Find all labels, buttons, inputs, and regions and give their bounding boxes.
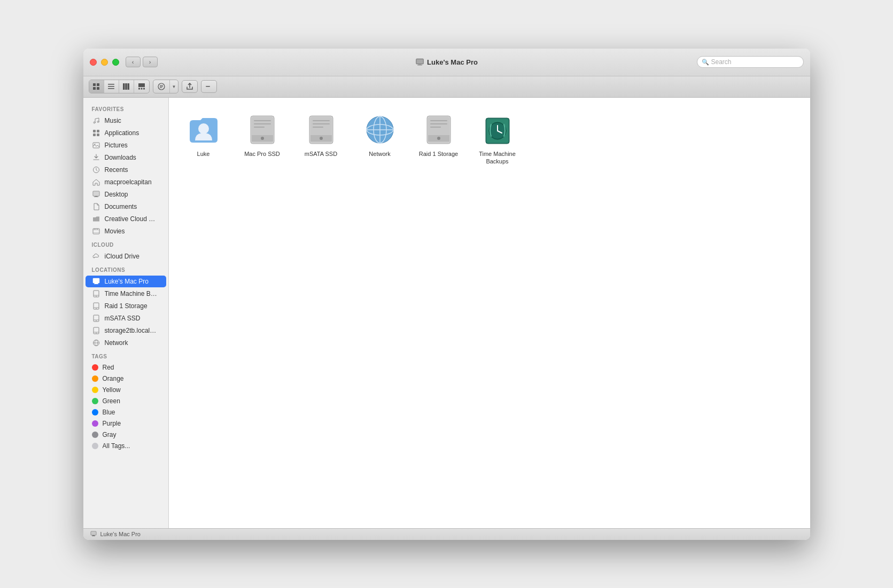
sidebar-item-storage2tb[interactable]: storage2tb.local ⏏ bbox=[86, 325, 166, 336]
sidebar-item-time-machine[interactable]: Time Machine Ba... bbox=[86, 288, 166, 300]
favorites-label: Favorites bbox=[83, 102, 168, 114]
nav-buttons: ‹ › bbox=[126, 57, 158, 67]
sidebar-item-music[interactable]: Music bbox=[86, 115, 166, 127]
sidebar-item-movies[interactable]: Movies bbox=[86, 225, 166, 237]
close-button[interactable] bbox=[90, 59, 97, 66]
share-icon bbox=[186, 83, 193, 90]
sidebar-item-label: macproelcapitan bbox=[105, 178, 152, 186]
title-bar: ‹ › Luke's Mac Pro 🔍 Search bbox=[83, 49, 810, 76]
status-computer-icon bbox=[90, 530, 97, 538]
svg-rect-95 bbox=[92, 536, 95, 536]
sidebar-item-label: Luke's Mac Pro bbox=[105, 278, 149, 285]
svg-point-63 bbox=[261, 137, 264, 140]
status-bar: Luke's Mac Pro bbox=[83, 528, 810, 540]
sidebar-item-desktop[interactable]: Desktop bbox=[86, 189, 166, 200]
drive3-icon bbox=[92, 314, 100, 323]
sidebar-item-tag-gray[interactable]: Gray bbox=[86, 429, 166, 440]
green-tag-dot bbox=[92, 398, 98, 404]
sidebar-item-tag-blue[interactable]: Blue bbox=[86, 407, 166, 418]
sidebar-item-documents[interactable]: Documents bbox=[86, 201, 166, 213]
file-item-raid1[interactable]: Raid 1 Storage bbox=[415, 108, 463, 170]
sidebar-item-label: mSATA SSD bbox=[105, 315, 141, 322]
sidebar-item-recents[interactable]: Recents bbox=[86, 164, 166, 176]
sidebar-item-label: Creative Cloud Fi... bbox=[105, 215, 158, 223]
svg-rect-13 bbox=[128, 83, 130, 90]
gallery-view-icon bbox=[138, 83, 145, 90]
svg-rect-83 bbox=[430, 120, 447, 121]
forward-button[interactable]: › bbox=[143, 57, 158, 67]
orange-tag-dot bbox=[92, 375, 98, 382]
sidebar-item-label: Desktop bbox=[105, 191, 128, 198]
svg-rect-11 bbox=[123, 83, 125, 90]
sidebar-item-tag-purple[interactable]: Purple bbox=[86, 418, 166, 429]
file-item-time-machine[interactable]: Time Machine Backups bbox=[473, 108, 522, 170]
home-icon bbox=[92, 178, 100, 186]
back-button[interactable]: ‹ bbox=[126, 57, 141, 67]
svg-rect-41 bbox=[94, 279, 99, 283]
svg-rect-4 bbox=[93, 83, 96, 86]
sort-icon-part bbox=[153, 80, 170, 93]
svg-point-46 bbox=[96, 295, 97, 296]
svg-point-55 bbox=[96, 332, 97, 333]
sidebar-item-icloud-drive[interactable]: iCloud Drive bbox=[86, 250, 166, 262]
folder-icon bbox=[92, 215, 100, 223]
share-button[interactable] bbox=[182, 80, 198, 93]
toolbar-right: 🔍 Search bbox=[697, 56, 804, 68]
sort-button[interactable]: ▼ bbox=[153, 80, 179, 93]
sidebar-item-tag-orange[interactable]: Orange bbox=[86, 373, 166, 384]
svg-rect-6 bbox=[93, 87, 96, 90]
list-view-button[interactable] bbox=[104, 80, 119, 93]
sidebar-item-msata[interactable]: mSATA SSD bbox=[86, 312, 166, 324]
sidebar-item-raid1[interactable]: Raid 1 Storage bbox=[86, 300, 166, 312]
sidebar-item-tag-green[interactable]: Green bbox=[86, 396, 166, 406]
svg-rect-37 bbox=[94, 229, 95, 230]
icon-view-icon bbox=[92, 83, 100, 90]
file-item-mac-pro-ssd[interactable]: Mac Pro SSD bbox=[238, 108, 286, 170]
drive4-icon bbox=[92, 326, 100, 335]
computer-icon bbox=[415, 58, 424, 66]
column-view-button[interactable] bbox=[119, 80, 134, 93]
icloud-label: iCloud bbox=[83, 238, 168, 250]
sidebar-item-pictures[interactable]: Pictures bbox=[86, 139, 166, 151]
network-file-icon bbox=[363, 113, 397, 147]
tag-button[interactable] bbox=[201, 80, 217, 93]
desktop-icon bbox=[92, 190, 100, 199]
sidebar-item-label: Yellow bbox=[103, 386, 121, 394]
sort-icon bbox=[158, 83, 165, 90]
file-item-network[interactable]: Network bbox=[356, 108, 404, 170]
sidebar-item-macproelcapitan[interactable]: macproelcapitan bbox=[86, 176, 166, 188]
sidebar-item-tag-red[interactable]: Red bbox=[86, 362, 166, 373]
maximize-button[interactable] bbox=[112, 59, 119, 66]
sidebar-item-network[interactable]: Network bbox=[86, 337, 166, 349]
raid-drive-icon bbox=[422, 113, 456, 147]
gallery-view-button[interactable] bbox=[134, 80, 149, 93]
sidebar-item-lukes-mac-pro[interactable]: Luke's Mac Pro bbox=[86, 276, 166, 287]
user-folder-icon bbox=[187, 113, 221, 147]
file-item-luke[interactable]: Luke bbox=[180, 108, 228, 170]
sidebar-item-downloads[interactable]: Downloads bbox=[86, 152, 166, 163]
sidebar-item-all-tags[interactable]: All Tags... bbox=[86, 441, 166, 451]
search-box[interactable]: 🔍 Search bbox=[697, 56, 804, 68]
red-tag-dot bbox=[92, 364, 98, 371]
svg-rect-72 bbox=[313, 123, 330, 124]
svg-point-49 bbox=[96, 308, 97, 309]
minimize-button[interactable] bbox=[101, 59, 108, 66]
file-item-msata-ssd[interactable]: mSATA SSD bbox=[297, 108, 345, 170]
sidebar-item-applications[interactable]: Applications bbox=[86, 127, 166, 139]
sidebar-item-label: iCloud Drive bbox=[105, 253, 139, 260]
sidebar-item-creative-cloud[interactable]: Creative Cloud Fi... bbox=[86, 213, 166, 225]
svg-rect-1 bbox=[416, 59, 423, 64]
svg-rect-93 bbox=[91, 532, 96, 535]
file-grid: Luke Mac bbox=[180, 108, 799, 170]
svg-rect-94 bbox=[92, 535, 95, 536]
sidebar-item-label: Music bbox=[105, 117, 121, 124]
sidebar-item-tag-yellow[interactable]: Yellow bbox=[86, 385, 166, 395]
finder-window: ‹ › Luke's Mac Pro 🔍 Search bbox=[83, 49, 810, 540]
file-label: Time Machine Backups bbox=[478, 150, 517, 166]
svg-rect-25 bbox=[93, 134, 96, 136]
sidebar-item-label: Purple bbox=[103, 420, 121, 427]
content-area: Favorites Music Applications Pictures bbox=[83, 98, 810, 528]
svg-rect-32 bbox=[95, 196, 97, 197]
svg-rect-2 bbox=[418, 64, 421, 65]
icon-view-button[interactable] bbox=[89, 80, 104, 93]
